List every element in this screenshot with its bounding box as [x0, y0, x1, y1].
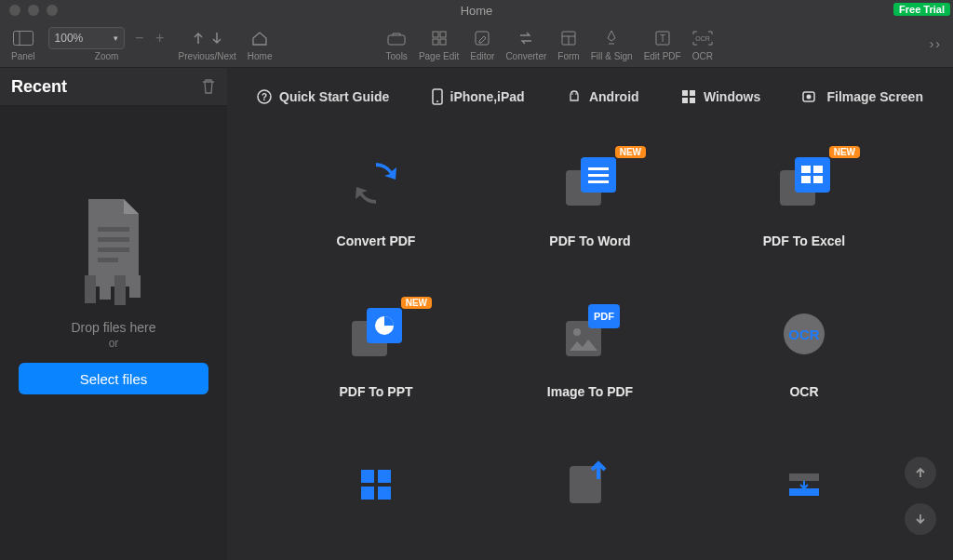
svg-rect-15	[98, 237, 129, 242]
nav-windows[interactable]: Windows	[681, 89, 760, 104]
svg-point-25	[436, 100, 438, 102]
tile-extra-3[interactable]	[720, 455, 888, 514]
svg-rect-45	[378, 470, 391, 483]
svg-rect-39	[801, 176, 811, 183]
home-icon	[251, 31, 268, 46]
windows-icon	[681, 89, 696, 104]
svg-rect-30	[682, 98, 688, 103]
scroll-down-button[interactable]	[905, 503, 936, 535]
text-icon: T	[655, 31, 670, 46]
help-icon: ?	[257, 89, 272, 104]
sidebar: Recent Drop files here or	[0, 68, 227, 560]
svg-rect-47	[378, 487, 391, 500]
svg-rect-44	[361, 470, 374, 483]
toolbox-icon	[387, 31, 406, 46]
svg-text:T: T	[660, 33, 665, 44]
drop-area[interactable]: Drop files here or Select files	[0, 106, 227, 560]
pen-icon	[604, 30, 619, 47]
nav-filmage[interactable]: Filmage Screen	[802, 89, 923, 104]
edit-pdf-button[interactable]: T Edit PDF	[638, 20, 687, 67]
svg-rect-5	[433, 39, 438, 45]
editor-button[interactable]: Editor	[464, 20, 500, 67]
nav-quick-start[interactable]: ? Quick Start Guide	[257, 89, 389, 104]
ocr-circle-icon: OCR	[781, 311, 827, 357]
tile-image-to-pdf[interactable]: PDF Image To PDF	[506, 304, 674, 399]
select-files-button[interactable]: Select files	[19, 363, 208, 394]
tile-extra-1[interactable]	[292, 455, 460, 514]
svg-rect-29	[690, 90, 695, 96]
tile-pdf-to-excel[interactable]: NEW PDF To Excel	[720, 153, 888, 248]
svg-rect-18	[85, 275, 96, 303]
tile-pdf-to-word[interactable]: NEW PDF To Word	[506, 153, 674, 248]
fullscreen-dot[interactable]	[47, 5, 58, 16]
upload-icon	[583, 457, 614, 488]
toolbar-overflow-button[interactable]: ››	[930, 36, 942, 51]
titlebar: Home Free Trial	[0, 0, 953, 20]
zoom-out-button[interactable]: −	[134, 30, 145, 47]
convert-icon	[352, 159, 400, 207]
tile-ocr[interactable]: OCR OCR	[720, 304, 888, 399]
form-button[interactable]: Form	[552, 20, 584, 67]
recent-heading: Recent	[11, 77, 67, 97]
ppt-icon	[367, 308, 402, 343]
svg-rect-40	[813, 176, 823, 183]
svg-rect-2	[388, 35, 405, 45]
panel-icon	[13, 31, 34, 46]
svg-rect-37	[801, 166, 811, 173]
converter-button[interactable]: Converter	[500, 20, 552, 67]
nav-iphone-ipad[interactable]: iPhone,iPad	[432, 88, 525, 105]
close-dot[interactable]	[9, 5, 20, 16]
svg-rect-36	[588, 180, 609, 183]
arrow-up-icon	[913, 465, 928, 480]
traffic-lights	[9, 5, 58, 16]
svg-rect-31	[690, 98, 695, 103]
svg-text:OCR: OCR	[788, 327, 820, 342]
arrow-down-icon	[913, 512, 928, 527]
window-title: Home	[0, 4, 953, 18]
svg-point-26	[571, 93, 573, 95]
page-edit-button[interactable]: Page Edit	[413, 20, 464, 67]
chevron-down-icon: ▾	[114, 33, 118, 43]
panel-button[interactable]: Panel	[6, 20, 41, 67]
sidebar-header: Recent	[0, 68, 227, 106]
drop-text: Drop files here	[71, 320, 155, 335]
or-text: or	[109, 337, 119, 350]
svg-rect-20	[114, 275, 126, 305]
ocr-button[interactable]: OCR OCR	[687, 20, 718, 67]
svg-point-41	[573, 328, 581, 336]
ocr-icon: OCR	[692, 31, 713, 46]
svg-rect-0	[13, 31, 33, 45]
nav-android[interactable]: Android	[567, 89, 639, 104]
edit-icon	[475, 31, 490, 46]
form-icon	[561, 31, 576, 46]
trash-icon[interactable]	[201, 78, 216, 95]
tile-extra-2[interactable]	[506, 455, 674, 514]
tile-convert-pdf[interactable]: Convert PDF	[292, 153, 460, 248]
word-icon	[581, 157, 616, 193]
svg-rect-35	[588, 174, 609, 177]
prev-next-button[interactable]: Previous/Next	[173, 20, 242, 67]
svg-rect-34	[588, 167, 609, 170]
svg-rect-6	[440, 39, 446, 45]
tool-grid: Convert PDF NEW PDF To Word	[227, 126, 953, 514]
svg-rect-46	[361, 487, 374, 500]
free-trial-badge[interactable]: Free Trial	[893, 3, 950, 16]
new-badge: NEW	[829, 146, 860, 158]
tools-button[interactable]: Tools	[381, 20, 413, 67]
tile-pdf-to-ppt[interactable]: NEW PDF To PPT	[292, 304, 460, 399]
zoom-select[interactable]: 100% ▾	[48, 27, 125, 49]
phone-icon	[432, 88, 443, 105]
converter-icon	[517, 31, 534, 46]
fill-sign-button[interactable]: Fill & Sign	[585, 20, 638, 67]
svg-rect-21	[129, 275, 141, 298]
home-button[interactable]: Home	[242, 20, 278, 67]
zoom-in-button[interactable]: +	[154, 30, 166, 47]
toolbar: Panel 100% ▾ − + Zoom Previous/Next Home…	[0, 20, 953, 68]
arrow-down-icon	[210, 31, 223, 46]
minimize-dot[interactable]	[28, 5, 39, 16]
svg-point-33	[807, 95, 812, 100]
svg-rect-3	[433, 32, 438, 37]
svg-text:OCR: OCR	[695, 35, 710, 42]
new-badge: NEW	[401, 297, 432, 309]
scroll-up-button[interactable]	[905, 457, 936, 488]
